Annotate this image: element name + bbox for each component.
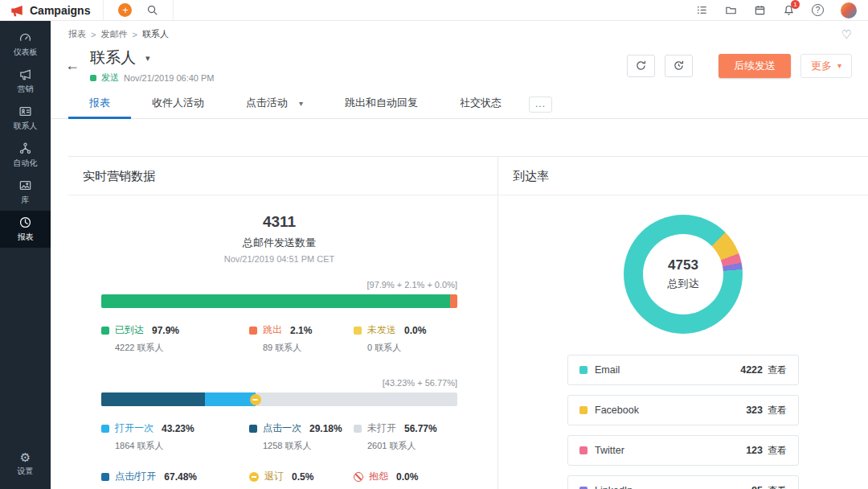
contact-card-icon [18, 105, 32, 118]
calendar-icon[interactable] [754, 4, 766, 16]
create-button[interactable]: + [118, 3, 132, 17]
notifications-button[interactable]: 1 [783, 4, 795, 16]
legend-name[interactable]: 抱怨 [369, 470, 388, 483]
channel-count: 323 [746, 405, 763, 416]
breadcrumb: 报表 > 发邮件 > 联系人 ♡ [51, 21, 868, 44]
view-link[interactable]: 查看 [768, 364, 787, 377]
sidebar-item-dashboard[interactable]: 仪表板 [0, 26, 51, 63]
legend-name[interactable]: 点击一次 [263, 421, 301, 435]
refresh-button[interactable] [627, 55, 655, 77]
legend-name[interactable]: 打开一次 [115, 421, 154, 435]
main-content: 报表 > 发邮件 > 联系人 ♡ ← 联系人 ▾ 发送 Nov/21/2019 … [51, 21, 868, 489]
breadcrumb-reports[interactable]: 报表 [68, 28, 86, 40]
breadcrumb-separator: > [132, 30, 137, 39]
legend-value: 0.0% [404, 325, 426, 336]
megaphone-logo-icon [10, 3, 24, 18]
sidebar-item-automation[interactable]: 自动化 [0, 137, 51, 174]
legend-sub: 2601 联系人 [367, 440, 457, 452]
sidebar-item-marketing[interactable]: 营销 [0, 63, 51, 100]
sidebar-item-settings[interactable]: ⚙ 设置 [0, 446, 51, 483]
topbar-divider [173, 0, 174, 21]
legend-sub: 89 联系人 [263, 342, 354, 354]
tab-label: 报表 [89, 96, 110, 110]
channel-row-email: Email 4222 查看 [567, 355, 799, 385]
breadcrumb-send-email[interactable]: 发邮件 [100, 28, 127, 40]
legend-sub: 1864 联系人 [115, 440, 249, 452]
channel-name: LinkedIn [595, 485, 633, 489]
sidebar-item-reports[interactable]: 报表 [0, 211, 51, 248]
bar-segment [450, 294, 457, 308]
tab-click-activity[interactable]: 点击活动 ▾ [225, 96, 324, 118]
legend-name[interactable]: 未打开 [367, 421, 396, 435]
channel-count: 4222 [740, 364, 763, 376]
tab-social-status[interactable]: 社交状态 [439, 96, 522, 118]
complaint-icon [354, 472, 363, 482]
channel-name: Twitter [595, 445, 624, 456]
followup-send-button[interactable]: 后续发送 [719, 54, 791, 78]
tab-label: 点击活动 [246, 96, 288, 110]
folder-icon[interactable] [725, 4, 737, 16]
legend-name[interactable]: 跳出 [263, 323, 282, 337]
view-link[interactable]: 查看 [768, 444, 787, 458]
sent-status-label: 发送 [101, 72, 119, 84]
legend-unsubscribed: 退订 0.5% 19 联系人 [249, 470, 354, 489]
legend-unsent: 未发送 0.0% 0 联系人 [354, 323, 457, 354]
send-status-legend: 已到达 97.9% 4222 联系人 跳出 2.1% 89 联系人 [101, 323, 457, 354]
topbar: Campaigns + 1 ? [0, 0, 868, 21]
app-name: Campaigns [30, 4, 90, 17]
breadcrumb-contacts: 联系人 [142, 28, 169, 40]
tabs-overflow-button[interactable]: ... [529, 97, 552, 113]
open-bar-caption: [43.23% + 56.77%] [101, 378, 457, 388]
channel-swatch [579, 366, 588, 374]
favorite-heart-icon[interactable]: ♡ [841, 28, 852, 40]
gear-icon: ⚙ [20, 451, 31, 463]
legend-swatch [101, 425, 109, 433]
back-arrow-button[interactable]: ← [65, 57, 80, 74]
delivery-donut-hole: 4753 总到达 [643, 234, 723, 314]
legend-name[interactable]: 未发送 [367, 323, 396, 337]
send-bar-caption: [97.9% + 2.1% + 0.0%] [101, 280, 457, 290]
realtime-title: 实时营销数据 [68, 157, 497, 195]
refresh-history-button[interactable] [665, 55, 693, 77]
sidebar-item-label: 报表 [18, 232, 34, 243]
legend-opened: 打开一次 43.23% 1864 联系人 [101, 421, 249, 452]
channel-row-twitter: Twitter 123 查看 [567, 435, 799, 466]
delivery-title: 到达率 [498, 157, 868, 195]
help-icon[interactable]: ? [812, 4, 824, 16]
legend-name[interactable]: 已到达 [115, 323, 144, 337]
legend-value: 2.1% [290, 325, 312, 336]
tab-reports[interactable]: 报表 [68, 96, 131, 118]
legend-swatch [354, 327, 362, 335]
delivery-donut-wrap: 4753 总到达 [624, 215, 743, 334]
tab-label: 跳出和自动回复 [345, 96, 418, 110]
view-link[interactable]: 查看 [768, 404, 787, 417]
legend-delivered: 已到达 97.9% 4222 联系人 [101, 323, 249, 354]
legend-value: 97.9% [152, 325, 179, 336]
sidebar-item-library[interactable]: 库 [0, 174, 51, 211]
secondary-legend: 点击/打开 67.48% 退订 0.5% 19 联系人 [101, 470, 457, 489]
legend-value: 43.23% [162, 423, 194, 434]
legend-sub: 1258 联系人 [263, 440, 354, 452]
legend-swatch [249, 425, 257, 433]
open-activity-bar [101, 392, 457, 406]
refresh-history-icon [673, 60, 685, 72]
title-dropdown-caret-icon[interactable]: ▾ [145, 53, 150, 64]
tab-bounces-autoreplies[interactable]: 跳出和自动回复 [324, 96, 439, 118]
legend-name[interactable]: 退订 [264, 470, 284, 483]
view-link[interactable]: 查看 [768, 484, 787, 489]
app-logo[interactable]: Campaigns [0, 3, 103, 18]
search-icon[interactable] [146, 4, 158, 16]
more-button[interactable]: 更多 ▾ [800, 54, 852, 78]
sidebar-item-label: 设置 [18, 466, 34, 477]
legend-name[interactable]: 点击/打开 [115, 470, 156, 483]
tab-recipient-activity[interactable]: 收件人活动 [131, 96, 225, 118]
user-avatar[interactable] [841, 2, 857, 18]
campaign-list-icon[interactable] [696, 4, 708, 16]
click-segment [101, 392, 205, 406]
legend-value: 0.0% [396, 471, 418, 483]
channel-count: 123 [746, 445, 763, 456]
sidebar-item-contacts[interactable]: 联系人 [0, 100, 51, 137]
tab-label: 社交状态 [460, 96, 502, 110]
sidebar-item-label: 营销 [18, 84, 34, 95]
unsubscribe-marker [250, 394, 261, 405]
